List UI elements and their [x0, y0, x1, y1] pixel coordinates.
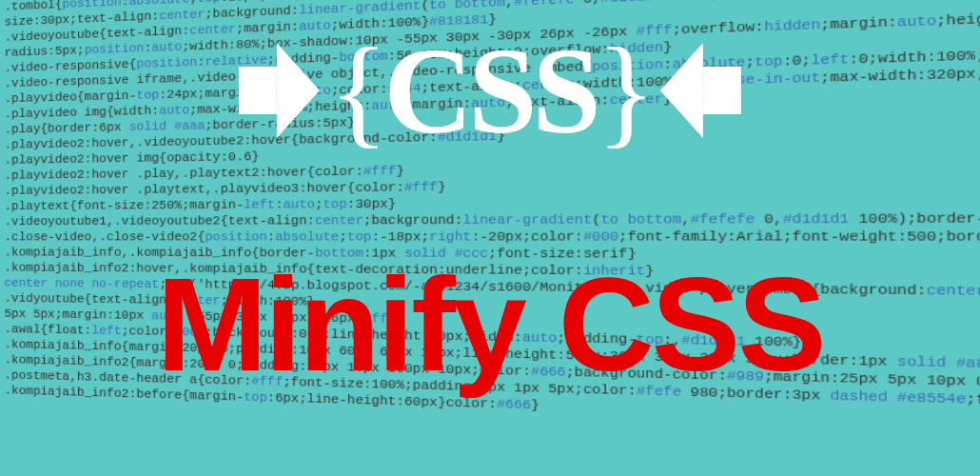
code-line: .close-video,.close-video2{position:abso… [5, 227, 980, 246]
css-logo: {CSS} [239, 29, 741, 152]
css-label: CSS [383, 22, 596, 159]
brace-close: } [597, 22, 651, 159]
arrow-right-icon [239, 43, 320, 138]
arrow-left-icon [660, 43, 741, 138]
css-logo-text: {CSS} [329, 29, 651, 152]
main-title: Minify CSS [156, 248, 823, 402]
brace-open: { [329, 22, 383, 159]
